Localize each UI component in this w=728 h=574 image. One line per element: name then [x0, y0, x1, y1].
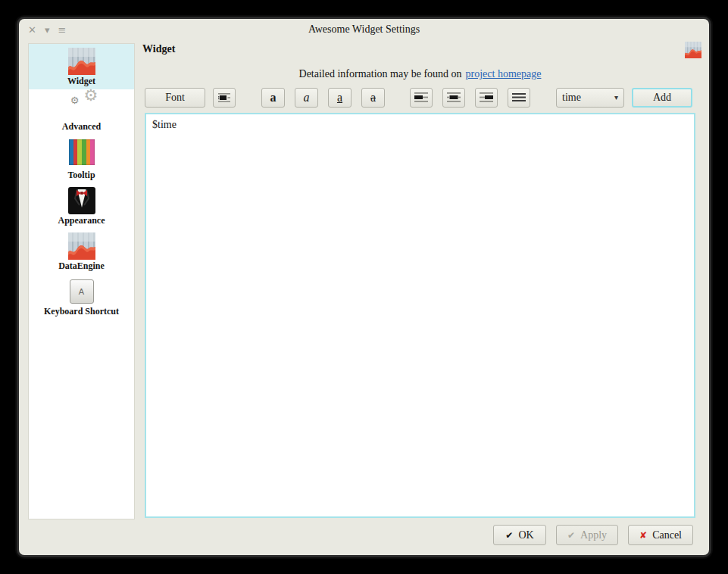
category-sidebar: Widget ⚙⚙ Advanced Tooltip Appearance Da…: [28, 43, 135, 519]
align-center-icon: [447, 92, 461, 102]
keycap-icon: A: [68, 278, 95, 305]
page-title: Widget: [142, 43, 175, 55]
ok-label: OK: [518, 529, 533, 541]
cancel-button[interactable]: ✘ Cancel: [628, 525, 693, 545]
chevron-down-icon: ▾: [614, 93, 618, 101]
ok-button[interactable]: ✔ OK: [493, 525, 546, 545]
sidebar-item-label: Appearance: [29, 216, 134, 226]
gears-icon: ⚙⚙: [68, 93, 95, 120]
italic-button[interactable]: a: [295, 88, 318, 108]
add-tag-button[interactable]: Add: [632, 88, 692, 108]
info-text: Detailed information may be found on: [299, 68, 462, 80]
area-chart-icon: [68, 232, 95, 260]
widget-settings-pane: Widget Detailed information may be found…: [145, 43, 695, 518]
window-controls: ✕ ▾ ≡: [28, 19, 66, 40]
apply-button[interactable]: ✔ Apply: [556, 525, 618, 545]
window-title: Awesome Widget Settings: [19, 19, 709, 40]
sidebar-item-tooltip[interactable]: Tooltip: [29, 135, 134, 183]
check-icon: ✔: [505, 531, 513, 540]
sidebar-item-label: Advanced: [29, 122, 134, 132]
apply-label: Apply: [580, 529, 607, 541]
color-stripes-icon: [68, 139, 95, 166]
font-color-icon: [218, 92, 230, 103]
window-menu-icon[interactable]: ≡: [58, 25, 66, 35]
widget-mini-icon: [685, 42, 701, 58]
sidebar-item-keyboard-shortcut[interactable]: A Keyboard Shortcut: [29, 274, 134, 320]
dialog-buttons: ✔ OK ✔ Apply ✘ Cancel: [493, 525, 693, 545]
format-editor[interactable]: $time: [145, 113, 695, 518]
titlebar: ✕ ▾ ≡ Awesome Widget Settings: [19, 19, 709, 40]
cancel-label: Cancel: [652, 529, 682, 541]
tuxedo-icon: [68, 187, 95, 214]
area-chart-icon: [68, 48, 95, 75]
align-center-button[interactable]: [442, 88, 465, 108]
sidebar-item-widget[interactable]: Widget: [29, 44, 134, 89]
info-line: Detailed information may be found onproj…: [145, 68, 695, 81]
font-color-button[interactable]: [213, 88, 236, 108]
bold-button[interactable]: a: [261, 88, 285, 108]
underline-button[interactable]: a: [328, 88, 352, 108]
sidebar-item-label: Keyboard Shortcut: [29, 307, 134, 317]
sidebar-item-appearance[interactable]: Appearance: [29, 183, 134, 229]
settings-dialog: ✕ ▾ ≡ Awesome Widget Settings Widget ⚙⚙ …: [17, 17, 711, 557]
project-homepage-link[interactable]: project homepage: [466, 68, 542, 80]
close-icon[interactable]: ✕: [28, 25, 36, 35]
sidebar-item-label: Tooltip: [29, 170, 134, 180]
sidebar-item-label: DataEngine: [29, 261, 134, 271]
align-left-icon: [414, 92, 428, 102]
sidebar-item-advanced[interactable]: ⚙⚙ Advanced: [29, 89, 134, 135]
align-justify-icon: [512, 92, 526, 102]
align-right-button[interactable]: [475, 88, 498, 108]
sidebar-item-label: Widget: [29, 76, 134, 86]
check-icon: ✔: [567, 531, 575, 540]
align-right-icon: [480, 92, 493, 102]
strikethrough-button[interactable]: a: [361, 88, 385, 108]
format-toolbar: Font a a a a: [145, 87, 695, 108]
font-button[interactable]: Font: [145, 88, 205, 108]
sidebar-item-dataengine[interactable]: DataEngine: [29, 229, 134, 274]
align-left-button[interactable]: [410, 88, 433, 108]
shade-icon[interactable]: ▾: [45, 25, 50, 35]
tag-dropdown-value: time: [562, 92, 614, 104]
cross-icon: ✘: [639, 531, 647, 540]
align-justify-button[interactable]: [508, 88, 530, 108]
tag-dropdown[interactable]: time ▾: [556, 88, 624, 108]
